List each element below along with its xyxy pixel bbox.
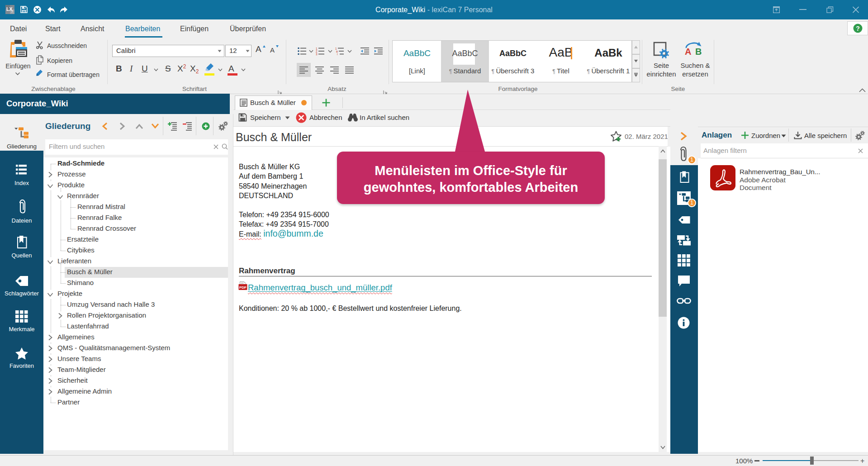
svg-text:i: i [337, 52, 337, 56]
svg-text:PDF: PDF [239, 285, 247, 290]
svg-text:3: 3 [316, 52, 318, 56]
svg-text:?: ? [856, 25, 860, 32]
